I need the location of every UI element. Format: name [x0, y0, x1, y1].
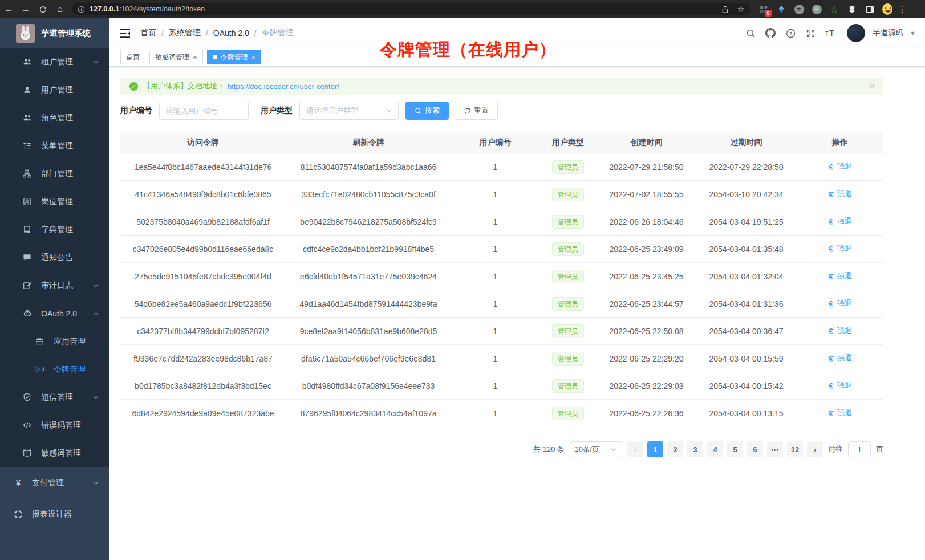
- extension-kite-icon[interactable]: [776, 4, 786, 14]
- force-logout-button[interactable]: 强退: [827, 161, 852, 172]
- sidebar-item-notice[interactable]: 通知公告: [0, 244, 109, 271]
- page-button-5[interactable]: 5: [727, 441, 743, 457]
- breadcrumb-item[interactable]: 系统管理: [169, 28, 201, 38]
- sidebar-item-tenant[interactable]: 租户管理: [0, 48, 109, 76]
- user-type-tag: 管理员: [552, 379, 584, 393]
- force-logout-button[interactable]: 强退: [827, 189, 852, 199]
- extension-command-icon[interactable]: ⌘: [794, 4, 804, 14]
- search-button[interactable]: 搜索: [405, 102, 449, 120]
- browser-profile-avatar[interactable]: [882, 4, 892, 14]
- font-size-icon[interactable]: TT: [823, 26, 837, 40]
- alert-doc-link[interactable]: https://doc.iocoder.cn/user-center/: [228, 82, 339, 91]
- browser-home-button[interactable]: ⌂: [51, 0, 68, 18]
- extension-grid-icon[interactable]: 9: [758, 4, 769, 14]
- page-button-2[interactable]: 2: [667, 441, 683, 457]
- sidebar-collapse-icon[interactable]: [120, 29, 131, 38]
- extension-star-icon[interactable]: ☆: [829, 4, 839, 14]
- user-type-placeholder: 请选择用户类型: [306, 105, 358, 116]
- prev-page-button[interactable]: ‹: [627, 441, 643, 457]
- user-id-cell: 1: [451, 318, 539, 345]
- breadcrumb-item[interactable]: OAuth 2.0: [213, 29, 249, 38]
- sidebar-item-errcode[interactable]: 错误码管理: [0, 411, 109, 439]
- page-button-6[interactable]: 6: [747, 441, 763, 457]
- sidebar-item-sms[interactable]: 短信管理: [0, 383, 109, 411]
- force-logout-button[interactable]: 强退: [827, 271, 852, 281]
- chevron-down-icon: [92, 59, 99, 66]
- sidebar-item-oauth[interactable]: OAuth 2.0: [0, 299, 109, 327]
- reset-button[interactable]: 重置: [455, 102, 498, 120]
- force-logout-label: 强退: [837, 408, 852, 418]
- sidebar-item-label: 角色管理: [41, 113, 73, 123]
- breadcrumb-item[interactable]: 首页: [140, 28, 156, 38]
- header-search-icon[interactable]: [744, 26, 757, 40]
- sidebar-item-menu[interactable]: 菜单管理: [0, 132, 109, 160]
- caret-down-icon[interactable]: ▼: [910, 30, 916, 36]
- side-panel-icon[interactable]: [865, 4, 875, 14]
- user-name[interactable]: 芋道源码: [873, 28, 903, 38]
- page-button-3[interactable]: 3: [687, 441, 703, 457]
- sidebar-item-sensitive[interactable]: 敏感词管理: [0, 439, 109, 467]
- sidebar-item-report[interactable]: 报表设计器: [0, 498, 109, 530]
- page-button-12[interactable]: 12: [787, 441, 803, 457]
- force-logout-button[interactable]: 强退: [827, 408, 852, 418]
- sidebar-item-pay[interactable]: ¥支付管理: [0, 467, 109, 498]
- browser-back-button[interactable]: ←: [0, 0, 17, 18]
- force-logout-label: 强退: [837, 161, 852, 172]
- app-logo[interactable]: 芋道管理系统: [0, 18, 109, 48]
- extension-record-icon[interactable]: [812, 4, 822, 14]
- force-logout-button[interactable]: 强退: [827, 353, 852, 363]
- user-type-select[interactable]: 请选择用户类型: [299, 102, 399, 120]
- browser-forward-button[interactable]: →: [17, 0, 34, 18]
- tab-首页[interactable]: 首页: [120, 50, 145, 64]
- address-bar[interactable]: 127.0.0.1:1024/system/oauth2/token ☆: [72, 3, 750, 15]
- sidebar-item-dept[interactable]: 部门管理: [0, 160, 109, 188]
- tab-close-icon[interactable]: ×: [251, 54, 256, 61]
- tab-令牌管理[interactable]: 令牌管理×: [207, 50, 262, 64]
- force-logout-button[interactable]: 强退: [827, 244, 852, 254]
- sidebar-item-post[interactable]: 岗位管理: [0, 188, 109, 216]
- user-avatar[interactable]: [847, 24, 865, 42]
- sidebar-item-role[interactable]: 角色管理: [0, 104, 109, 132]
- page-button-4[interactable]: 4: [707, 441, 723, 457]
- goto-page-input[interactable]: [848, 441, 871, 457]
- chevron-down-icon: [610, 446, 617, 453]
- site-info-icon[interactable]: [78, 6, 85, 13]
- extensions-puzzle-icon[interactable]: [847, 4, 857, 14]
- next-page-button[interactable]: ›: [807, 441, 823, 457]
- help-icon[interactable]: ?: [784, 26, 797, 40]
- user-id-input[interactable]: [159, 102, 249, 120]
- page-size-select[interactable]: 10条/页: [570, 441, 622, 457]
- tab-敏感词管理[interactable]: 敏感词管理×: [149, 50, 203, 64]
- force-logout-button[interactable]: 强退: [827, 298, 852, 309]
- expire-time-cell: 2054-03-04 00:13:15: [696, 400, 796, 427]
- sidebar-item-app[interactable]: 应用管理: [0, 327, 109, 355]
- share-icon[interactable]: [721, 5, 729, 14]
- trash-icon: [827, 327, 835, 335]
- force-logout-button[interactable]: 强退: [827, 326, 852, 336]
- search-icon: [415, 107, 422, 115]
- browser-menu-icon[interactable]: ⋮: [898, 5, 906, 14]
- user-type-tag: 管理员: [552, 270, 584, 283]
- bookmark-star-icon[interactable]: ☆: [737, 4, 745, 14]
- page-button-1[interactable]: 1: [647, 441, 663, 457]
- alert-close-icon[interactable]: ✕: [869, 82, 875, 91]
- sidebar-item-token[interactable]: 令牌管理: [0, 355, 109, 383]
- report-icon: [14, 510, 23, 519]
- force-logout-button[interactable]: 强退: [827, 216, 852, 226]
- force-logout-button[interactable]: 强退: [827, 380, 852, 391]
- fullscreen-icon[interactable]: [804, 26, 817, 40]
- dept-icon: [23, 169, 32, 178]
- table-row: 6d842e2924594de9a09e45e087323abe8796295f…: [120, 400, 883, 427]
- navbar-tools: ? TT 芋道源码 ▼: [744, 24, 916, 42]
- sidebar-item-dict[interactable]: 字典管理: [0, 216, 109, 244]
- tab-close-icon[interactable]: ×: [193, 54, 197, 61]
- more-pages-button[interactable]: ···: [767, 441, 783, 457]
- sidebar-item-user[interactable]: 用户管理: [0, 76, 109, 104]
- force-logout-label: 强退: [837, 216, 852, 226]
- browser-refresh-button[interactable]: [34, 0, 51, 18]
- force-logout-label: 强退: [837, 353, 852, 363]
- force-logout-label: 强退: [837, 244, 852, 254]
- sidebar-item-label: 用户管理: [41, 85, 73, 95]
- github-icon[interactable]: [764, 26, 777, 40]
- sidebar-item-audit[interactable]: 审计日志: [0, 271, 109, 299]
